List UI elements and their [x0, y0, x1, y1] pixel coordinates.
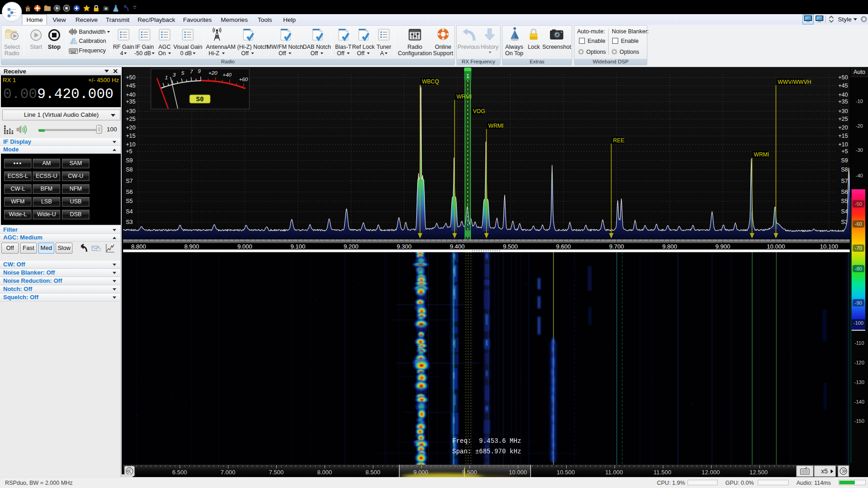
svg-text:9.500: 9.500 [462, 469, 477, 476]
svg-text:S6: S6 [126, 189, 133, 195]
svg-text:+25: +25 [126, 116, 135, 122]
svg-text:S0: S0 [196, 96, 204, 103]
svg-text:9.300: 9.300 [397, 243, 412, 250]
svg-text:7: 7 [190, 69, 193, 74]
svg-text:S8: S8 [841, 166, 848, 173]
svg-text:WRMI: WRMI [488, 123, 503, 129]
svg-text:3: 3 [173, 72, 176, 78]
svg-text:S5: S5 [126, 198, 133, 204]
svg-text:+30: +30 [838, 108, 848, 114]
svg-text:S8: S8 [126, 166, 133, 173]
svg-text:9.100: 9.100 [290, 243, 305, 250]
svg-text:1: 1 [466, 73, 470, 79]
svg-text:+15: +15 [838, 133, 848, 139]
svg-text:+30: +30 [126, 108, 135, 114]
svg-text:9.500: 9.500 [503, 243, 518, 250]
svg-text:+10: +10 [838, 141, 848, 148]
svg-text:S6: S6 [841, 189, 848, 195]
svg-text:+40: +40 [222, 72, 232, 78]
svg-text:8.800: 8.800 [131, 243, 146, 250]
svg-text:+60: +60 [239, 77, 248, 82]
svg-text:9.700: 9.700 [609, 243, 624, 250]
svg-text:10.000: 10.000 [509, 469, 527, 476]
svg-text:WWV/WWVH: WWV/WWVH [778, 79, 811, 85]
svg-text:+40: +40 [838, 92, 848, 98]
svg-text:6.500: 6.500 [172, 469, 187, 476]
svg-text:S4: S4 [126, 208, 133, 215]
svg-text:9.200: 9.200 [344, 243, 359, 250]
svg-text:+40: +40 [126, 92, 135, 98]
svg-text:+5: +5 [126, 148, 132, 155]
svg-text:9.900: 9.900 [715, 243, 730, 250]
svg-text:8.000: 8.000 [317, 469, 332, 476]
svg-text:S4: S4 [841, 208, 848, 215]
svg-text:7.500: 7.500 [269, 469, 284, 476]
svg-text:5: 5 [181, 70, 185, 76]
svg-text:+35: +35 [838, 99, 848, 105]
svg-text:7.000: 7.000 [221, 469, 236, 476]
svg-text:10.100: 10.100 [820, 243, 838, 250]
svg-text:1: 1 [165, 75, 168, 80]
svg-text:S7: S7 [126, 178, 133, 184]
svg-text:WBCQ: WBCQ [422, 78, 439, 85]
svg-text:11.000: 11.000 [605, 469, 623, 476]
svg-text:+5: +5 [842, 148, 848, 155]
svg-text:+50: +50 [838, 74, 848, 81]
svg-text:9.000: 9.000 [238, 243, 253, 250]
svg-text:8.900: 8.900 [184, 243, 199, 250]
svg-text:+15: +15 [126, 133, 135, 139]
svg-text:12.000: 12.000 [702, 469, 720, 476]
svg-text:+20: +20 [208, 70, 217, 76]
svg-text:12.500: 12.500 [749, 469, 768, 476]
svg-text:x5: x5 [821, 467, 828, 475]
svg-text:9.400: 9.400 [450, 243, 465, 250]
svg-text:+50: +50 [126, 74, 135, 81]
svg-text:9.000: 9.000 [413, 469, 429, 476]
svg-text:S9: S9 [126, 157, 133, 164]
svg-text:+45: +45 [838, 83, 848, 89]
svg-text:WRMI: WRMI [754, 151, 769, 158]
svg-text:VOG: VOG [473, 108, 485, 114]
svg-text:9: 9 [198, 68, 201, 74]
svg-text:S7: S7 [841, 178, 848, 184]
svg-text:REE: REE [613, 137, 625, 144]
svg-text:+35: +35 [126, 99, 135, 105]
svg-text:+10: +10 [126, 141, 135, 148]
svg-text:+45: +45 [126, 83, 135, 89]
svg-text:10.000: 10.000 [767, 243, 785, 250]
svg-text:11.500: 11.500 [654, 469, 672, 476]
svg-text:+25: +25 [838, 116, 848, 122]
svg-text:Style: Style [838, 16, 852, 23]
svg-text:S5: S5 [841, 198, 848, 204]
svg-text:S9: S9 [841, 157, 848, 164]
svg-text:+20: +20 [126, 125, 135, 131]
svg-text:9.800: 9.800 [662, 243, 677, 250]
svg-text:S3: S3 [126, 219, 133, 225]
svg-text:+20: +20 [838, 125, 848, 131]
svg-text:9.600: 9.600 [556, 243, 571, 250]
svg-text:8.500: 8.500 [366, 469, 381, 476]
svg-text:10.500: 10.500 [557, 469, 575, 476]
